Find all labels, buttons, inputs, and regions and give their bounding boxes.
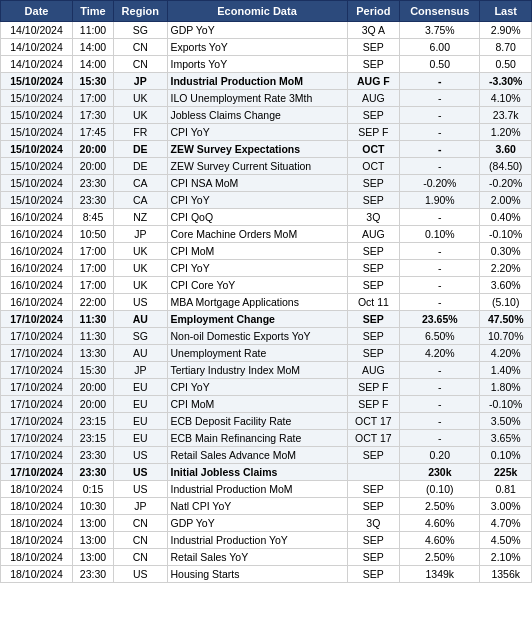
cell-consensus: 4.20%	[400, 345, 480, 362]
cell-region: NZ	[113, 209, 167, 226]
cell-time: 13:00	[73, 515, 114, 532]
cell-period: AUG	[347, 90, 400, 107]
cell-period: SEP	[347, 260, 400, 277]
cell-time: 11:00	[73, 22, 114, 39]
col-period: Period	[347, 1, 400, 22]
cell-region: UK	[113, 260, 167, 277]
cell-time: 11:30	[73, 311, 114, 328]
table-row: 18/10/202413:00CNIndustrial Production Y…	[1, 532, 532, 549]
cell-region: EU	[113, 430, 167, 447]
cell-econ-data: GDP YoY	[167, 22, 347, 39]
table-row: 18/10/202413:00CNGDP YoY3Q4.60%4.70%	[1, 515, 532, 532]
cell-time: 14:00	[73, 39, 114, 56]
table-row: 15/10/202423:30CACPI YoYSEP1.90%2.00%	[1, 192, 532, 209]
cell-econ-data: Natl CPI YoY	[167, 498, 347, 515]
cell-time: 17:00	[73, 260, 114, 277]
cell-time: 17:00	[73, 90, 114, 107]
cell-date: 18/10/2024	[1, 515, 73, 532]
cell-last: 3.60	[480, 141, 532, 158]
cell-region: AU	[113, 311, 167, 328]
cell-date: 18/10/2024	[1, 498, 73, 515]
cell-econ-data: CPI YoY	[167, 192, 347, 209]
cell-period: 3Q	[347, 209, 400, 226]
table-row: 17/10/202420:00EUCPI YoYSEP F-1.80%	[1, 379, 532, 396]
cell-consensus: 2.50%	[400, 549, 480, 566]
cell-consensus: -	[400, 243, 480, 260]
col-region: Region	[113, 1, 167, 22]
cell-period: SEP	[347, 243, 400, 260]
cell-region: SG	[113, 328, 167, 345]
table-row: 17/10/202411:30SGNon-oil Domestic Export…	[1, 328, 532, 345]
cell-consensus: 230k	[400, 464, 480, 481]
cell-region: US	[113, 481, 167, 498]
cell-econ-data: ZEW Survey Current Situation	[167, 158, 347, 175]
cell-consensus: 1.90%	[400, 192, 480, 209]
cell-consensus: 0.10%	[400, 226, 480, 243]
cell-last: 4.70%	[480, 515, 532, 532]
table-row: 15/10/202420:00DEZEW Survey Expectations…	[1, 141, 532, 158]
cell-period: OCT 17	[347, 413, 400, 430]
cell-period: AUG F	[347, 73, 400, 90]
cell-date: 15/10/2024	[1, 124, 73, 141]
cell-last: 0.81	[480, 481, 532, 498]
cell-time: 17:45	[73, 124, 114, 141]
cell-consensus: 6.00	[400, 39, 480, 56]
cell-region: EU	[113, 413, 167, 430]
cell-time: 20:00	[73, 158, 114, 175]
table-row: 18/10/202413:00CNRetail Sales YoYSEP2.50…	[1, 549, 532, 566]
cell-region: JP	[113, 498, 167, 515]
cell-region: UK	[113, 107, 167, 124]
col-econ-data: Economic Data	[167, 1, 347, 22]
cell-region: AU	[113, 345, 167, 362]
cell-econ-data: CPI YoY	[167, 260, 347, 277]
cell-time: 20:00	[73, 379, 114, 396]
cell-time: 23:30	[73, 192, 114, 209]
cell-consensus: -	[400, 277, 480, 294]
cell-consensus: 2.50%	[400, 498, 480, 515]
cell-consensus: -	[400, 124, 480, 141]
cell-econ-data: Tertiary Industry Index MoM	[167, 362, 347, 379]
cell-period: SEP	[347, 498, 400, 515]
cell-consensus: 4.60%	[400, 532, 480, 549]
cell-last: 8.70	[480, 39, 532, 56]
cell-consensus: (0.10)	[400, 481, 480, 498]
cell-time: 0:15	[73, 481, 114, 498]
cell-period: OCT	[347, 141, 400, 158]
cell-econ-data: ECB Main Refinancing Rate	[167, 430, 347, 447]
cell-last: 1356k	[480, 566, 532, 583]
cell-date: 17/10/2024	[1, 345, 73, 362]
cell-last: 23.7k	[480, 107, 532, 124]
cell-period: SEP	[347, 532, 400, 549]
cell-consensus: 4.60%	[400, 515, 480, 532]
cell-consensus: -	[400, 294, 480, 311]
table-row: 17/10/202413:30AUUnemployment RateSEP4.2…	[1, 345, 532, 362]
cell-consensus: 0.50	[400, 56, 480, 73]
table-row: 15/10/202420:00DEZEW Survey Current Situ…	[1, 158, 532, 175]
cell-date: 17/10/2024	[1, 328, 73, 345]
cell-econ-data: ECB Deposit Facility Rate	[167, 413, 347, 430]
cell-last: 0.50	[480, 56, 532, 73]
cell-last: 2.00%	[480, 192, 532, 209]
table-row: 14/10/202411:00SGGDP YoY3Q A3.75%2.90%	[1, 22, 532, 39]
cell-time: 17:00	[73, 243, 114, 260]
cell-time: 23:30	[73, 566, 114, 583]
cell-time: 10:50	[73, 226, 114, 243]
cell-last: -0.10%	[480, 396, 532, 413]
table-row: 17/10/202423:15EUECB Main Refinancing Ra…	[1, 430, 532, 447]
cell-econ-data: CPI YoY	[167, 379, 347, 396]
cell-econ-data: CPI YoY	[167, 124, 347, 141]
cell-date: 14/10/2024	[1, 22, 73, 39]
cell-consensus: -	[400, 260, 480, 277]
cell-region: US	[113, 447, 167, 464]
cell-region: JP	[113, 73, 167, 90]
cell-period: Oct 11	[347, 294, 400, 311]
cell-consensus: -	[400, 90, 480, 107]
col-last: Last	[480, 1, 532, 22]
col-date: Date	[1, 1, 73, 22]
cell-time: 13:30	[73, 345, 114, 362]
table-row: 16/10/202417:00UKCPI YoYSEP-2.20%	[1, 260, 532, 277]
cell-date: 17/10/2024	[1, 464, 73, 481]
cell-date: 15/10/2024	[1, 141, 73, 158]
cell-time: 23:30	[73, 447, 114, 464]
cell-econ-data: Non-oil Domestic Exports YoY	[167, 328, 347, 345]
